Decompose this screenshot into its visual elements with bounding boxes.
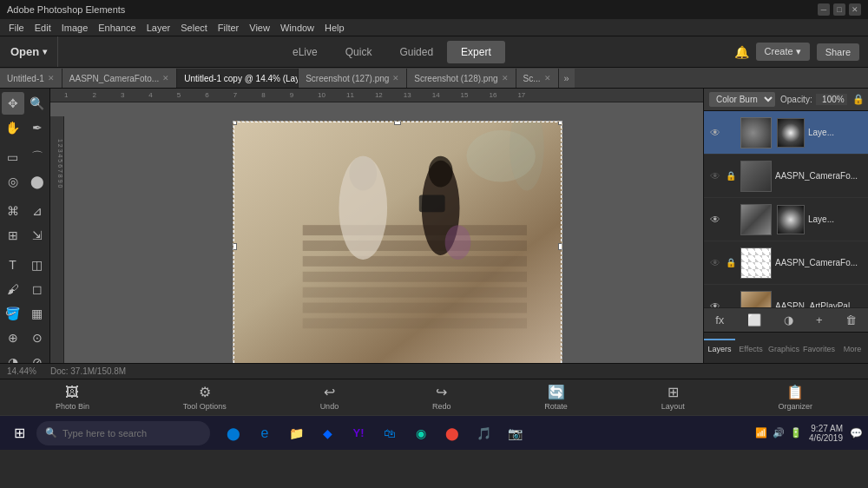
handle-tl[interactable] [233, 121, 237, 125]
tab-close-untitled1[interactable]: ✕ [48, 74, 55, 82]
tab-overflow[interactable]: » [559, 69, 575, 88]
resize-tool[interactable]: ⇲ [26, 224, 49, 247]
handle-tr[interactable] [558, 121, 562, 125]
handle-ml[interactable] [233, 243, 237, 250]
taskbar-chrome[interactable]: ⬤ [439, 420, 465, 446]
taskbar-app2[interactable]: ◉ [408, 420, 434, 446]
taskbar-search[interactable]: 🔍 [36, 421, 210, 445]
tab-close-aaspn[interactable]: ✕ [162, 74, 169, 82]
taskbar-photos[interactable]: 📷 [502, 420, 528, 446]
add-adjustment-button[interactable]: ◑ [779, 310, 799, 330]
taskbar-cortana[interactable]: ⬤ [220, 420, 247, 446]
healing-brush-tool[interactable]: ⊙ [26, 326, 49, 349]
minimize-button[interactable]: ─ [818, 3, 830, 16]
straighten-tool[interactable]: ⊿ [26, 200, 49, 222]
blend-mode-select[interactable]: Color Burn Normal Multiply Screen Overla… [709, 92, 775, 107]
layer-item-3[interactable]: 👁 Laye... [704, 198, 868, 241]
add-layer-button[interactable]: + [811, 310, 828, 330]
menu-layer[interactable]: Layer [141, 21, 176, 35]
menu-filter[interactable]: Filter [213, 21, 244, 35]
layout-button[interactable]: ⊞ Layout [654, 382, 692, 412]
layer-item-4[interactable]: 👁 🔒 AASPN_CameraFo... [704, 241, 868, 285]
menu-view[interactable]: View [244, 21, 275, 35]
clone-stamp-tool[interactable]: ⊕ [2, 326, 24, 349]
rp-tab-favorites[interactable]: Favorites [801, 339, 837, 358]
undo-button[interactable]: ↩ Undo [313, 382, 346, 412]
eraser-tool[interactable]: ◻ [26, 278, 49, 300]
rp-tab-graphics[interactable]: Graphics [766, 339, 801, 358]
layer-vis-2[interactable]: 👁 [709, 170, 721, 182]
taskbar-folder[interactable]: 📁 [283, 420, 309, 446]
open-button[interactable]: Open ▾ [0, 36, 58, 67]
tab-close-screenshot128[interactable]: ✕ [502, 74, 509, 82]
search-input[interactable] [62, 428, 167, 439]
menu-image[interactable]: Image [56, 21, 94, 35]
handle-tm[interactable] [394, 121, 401, 125]
rp-tab-effects[interactable]: Effects [735, 339, 766, 358]
taskbar-yahoo[interactable]: Y! [345, 420, 372, 446]
taskbar-media[interactable]: 🎵 [470, 420, 496, 446]
type-mask-tool[interactable]: ◫ [26, 254, 49, 276]
move-tool[interactable]: ✥ [2, 92, 24, 115]
layer-vis-4[interactable]: 👁 [709, 257, 721, 269]
rp-tab-layers[interactable]: Layers [704, 339, 735, 358]
tab-guided[interactable]: Guided [385, 41, 447, 63]
tab-screenshot128[interactable]: Screenshot (128).png ✕ [407, 69, 516, 88]
menu-select[interactable]: Select [175, 21, 213, 35]
tab-untitled1[interactable]: Untitled-1 ✕ [0, 69, 62, 88]
taskbar-store[interactable]: 🛍 [377, 420, 403, 446]
menu-file[interactable]: File [3, 21, 30, 35]
layer-item-2[interactable]: 👁 🔒 AASPN_CameraFo... [704, 155, 868, 198]
maximize-button[interactable]: □ [833, 3, 845, 16]
network-icon[interactable]: 📶 [755, 427, 767, 439]
layer-item-5[interactable]: 👁 AASPN_ArtPlayPal... [704, 285, 868, 307]
lasso-tool[interactable]: ⌒ [26, 146, 49, 168]
menu-help[interactable]: Help [319, 21, 350, 35]
zoom-tool[interactable]: 🔍 [26, 92, 49, 115]
crop-tool[interactable]: ⌘ [2, 200, 24, 222]
taskbar-edge[interactable]: e [252, 420, 278, 446]
type-tool[interactable]: T [2, 254, 24, 276]
rotate-button[interactable]: 🔄 Rotate [537, 382, 575, 412]
tool-options-button[interactable]: ⚙ Tool Options [176, 382, 233, 412]
delete-layer-button[interactable]: 🗑 [840, 310, 862, 330]
tab-screenshot127[interactable]: Screenshot (127).png ✕ [299, 69, 407, 88]
opacity-input[interactable] [816, 94, 847, 105]
layer-icon1[interactable]: 🔒 [852, 94, 865, 105]
menu-window[interactable]: Window [275, 21, 319, 35]
tab-quick[interactable]: Quick [332, 41, 386, 63]
menu-edit[interactable]: Edit [30, 21, 56, 35]
tab-close-screenshot127[interactable]: ✕ [392, 74, 399, 82]
add-mask-button[interactable]: ⬜ [742, 310, 766, 330]
smudge-tool[interactable]: ⊘ [26, 351, 49, 363]
handle-mr[interactable] [558, 243, 562, 250]
menu-enhance[interactable]: Enhance [93, 21, 141, 35]
canvas-image[interactable] [233, 121, 562, 363]
canvas-content[interactable] [78, 116, 703, 363]
tab-aaspn[interactable]: AASPN_CameraFoto... ✕ [62, 69, 177, 88]
marquee-tool[interactable]: ▭ [2, 146, 24, 168]
quick-select-tool[interactable]: ◎ [2, 170, 24, 193]
fx-button[interactable]: fx [710, 310, 729, 330]
tab-elive[interactable]: eLive [279, 41, 332, 63]
tab-untitled1-copy[interactable]: Untitled-1 copy @ 14.4% (Layer 1 copy 2,… [177, 69, 299, 88]
organizer-button[interactable]: 📋 Organizer [772, 382, 820, 412]
layer-vis-3[interactable]: 👁 [709, 214, 721, 226]
tab-expert[interactable]: Expert [447, 41, 505, 63]
notification-icon[interactable]: 🔔 [734, 45, 749, 59]
photo-bin-button[interactable]: 🖼 Photo Bin [49, 383, 96, 412]
layer-item-1[interactable]: 👁 Laye... [704, 111, 868, 155]
tab-sc[interactable]: Sc... ✕ [516, 69, 559, 88]
layer-vis-1[interactable]: 👁 [709, 127, 721, 139]
magic-wand-tool[interactable]: ⬤ [26, 170, 49, 193]
hand-tool[interactable]: ✋ [2, 116, 24, 139]
action-center-icon[interactable]: 💬 [850, 427, 863, 439]
volume-icon[interactable]: 🔊 [773, 427, 785, 439]
gradient-tool[interactable]: ▦ [26, 302, 49, 325]
start-button[interactable]: ⊞ [5, 419, 33, 447]
paint-bucket-tool[interactable]: 🪣 [2, 302, 24, 325]
redo-button[interactable]: ↪ Redo [425, 382, 458, 412]
blur-tool[interactable]: ◕ [2, 351, 24, 363]
eyedropper-tool[interactable]: ✒ [26, 116, 49, 139]
recompose-tool[interactable]: ⊞ [2, 224, 24, 247]
